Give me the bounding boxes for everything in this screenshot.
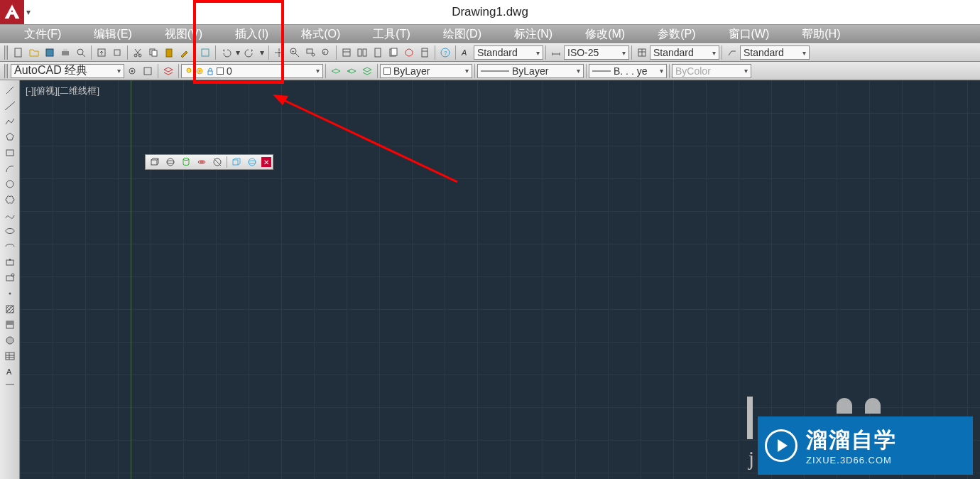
viewport-label[interactable]: [-][俯视][二维线框]: [26, 85, 99, 97]
threeddwf-icon[interactable]: [109, 45, 125, 60]
toolbar-grip-2[interactable]: [4, 64, 9, 78]
new-file-icon[interactable]: [11, 45, 26, 60]
floating-modeling-toolbar[interactable]: ✕: [145, 154, 273, 170]
watermark-panel: 溜溜自学 ZIXUE.3D66.COM: [758, 416, 973, 475]
block-editor-icon[interactable]: [197, 45, 213, 60]
menu-window[interactable]: 窗口(W): [719, 26, 780, 43]
ellipse-tool-icon[interactable]: [2, 224, 18, 238]
menu-tools[interactable]: 工具(T): [363, 26, 420, 43]
linetype-dropdown[interactable]: ByLayer▾: [477, 64, 584, 78]
print-icon[interactable]: [58, 45, 73, 60]
cut-icon[interactable]: [130, 45, 146, 60]
redo-dd-icon[interactable]: ▾: [258, 45, 266, 60]
arc-tool-icon[interactable]: [2, 161, 18, 176]
torus-tool-icon[interactable]: [229, 156, 244, 168]
save-icon[interactable]: [42, 45, 58, 60]
menu-dim[interactable]: 标注(N): [504, 26, 562, 43]
spline-tool-icon[interactable]: [2, 208, 18, 222]
sheetset-icon[interactable]: [386, 45, 401, 60]
undo-dd-icon[interactable]: ▾: [234, 45, 242, 60]
hatch-tool-icon[interactable]: [2, 302, 18, 316]
cone-tool-icon[interactable]: [195, 156, 209, 168]
menu-format[interactable]: 格式(O): [291, 26, 350, 43]
table-tool-icon[interactable]: [2, 349, 18, 363]
workspace-dropdown[interactable]: AutoCAD 经典▾: [11, 64, 124, 78]
undo-icon[interactable]: [218, 45, 234, 60]
circle-tool-icon[interactable]: [2, 177, 18, 191]
region-tool-icon[interactable]: [2, 333, 18, 348]
copy-icon[interactable]: [146, 45, 161, 60]
text-style-dropdown[interactable]: Standard▾: [474, 45, 543, 60]
layer-dropdown[interactable]: 0 ▾: [181, 64, 323, 78]
lineweight-dropdown[interactable]: B. . . ye▾: [589, 64, 667, 78]
table-style-dropdown[interactable]: Standard▾: [650, 45, 719, 60]
wedge-tool-icon[interactable]: [210, 156, 224, 168]
menu-edit[interactable]: 编辑(E): [84, 26, 141, 43]
drawing-canvas[interactable]: [-][俯视][二维线框] ✕ j 溜溜自学 ZIXUE.3D66.COM: [20, 80, 980, 479]
textstyle-icon[interactable]: A: [458, 45, 474, 60]
construction-line-icon[interactable]: [2, 99, 18, 113]
app-logo-icon[interactable]: [0, 0, 24, 24]
box-tool-icon[interactable]: [148, 156, 162, 168]
mleaderstyle-icon[interactable]: [724, 45, 740, 60]
layer-state-icon[interactable]: [359, 63, 375, 79]
publish-icon[interactable]: [94, 45, 109, 60]
ellipse-arc-tool-icon[interactable]: [2, 239, 18, 254]
zoom-previous-icon[interactable]: [318, 45, 334, 60]
markup-icon[interactable]: [401, 45, 417, 60]
point-tool-icon[interactable]: [2, 286, 18, 301]
mtext-tool-icon[interactable]: A: [2, 365, 18, 379]
menu-modify[interactable]: 修改(M): [575, 26, 635, 43]
pyramid-tool-icon[interactable]: [245, 156, 259, 168]
workspace-save-icon[interactable]: [140, 63, 156, 79]
polygon-tool-icon[interactable]: [2, 130, 18, 144]
floating-close-icon[interactable]: ✕: [261, 157, 271, 167]
revcloud-tool-icon[interactable]: [2, 193, 18, 207]
line-tool-icon[interactable]: [2, 83, 18, 97]
workspace-settings-icon[interactable]: [124, 63, 140, 79]
toolbar-grip[interactable]: [4, 45, 9, 60]
redo-icon[interactable]: [242, 45, 258, 60]
svg-rect-67: [151, 160, 157, 165]
zoom-window-icon[interactable]: [303, 45, 318, 60]
layer-previous-icon[interactable]: [344, 63, 359, 79]
pan-icon[interactable]: [271, 45, 287, 60]
properties-icon[interactable]: [339, 45, 354, 60]
add-selected-icon[interactable]: [2, 380, 18, 389]
polyline-tool-icon[interactable]: [2, 114, 18, 129]
menu-param[interactable]: 参数(P): [648, 26, 705, 43]
menu-help[interactable]: 帮助(H): [792, 26, 850, 43]
dim-style-dropdown[interactable]: ISO-25▾: [564, 45, 629, 60]
quickcalc-icon[interactable]: [417, 45, 432, 60]
open-file-icon[interactable]: [26, 45, 42, 60]
menu-insert[interactable]: 插入(I): [225, 26, 278, 43]
matchprop-icon[interactable]: [177, 45, 192, 60]
mleader-style-dropdown[interactable]: Standard▾: [740, 45, 810, 60]
app-menu-dropdown-icon[interactable]: ▾: [24, 7, 33, 17]
rectangle-tool-icon[interactable]: [2, 146, 18, 160]
print-preview-icon[interactable]: [73, 45, 89, 60]
tablestyle-icon[interactable]: [634, 45, 650, 60]
title-bar: ▾ Drawing1.dwg: [0, 0, 980, 25]
zoom-realtime-icon[interactable]: +: [287, 45, 303, 60]
cylinder-tool-icon[interactable]: [179, 156, 193, 168]
sphere-tool-icon[interactable]: [163, 156, 178, 168]
layer-make-current-icon[interactable]: [328, 63, 344, 79]
menu-draw[interactable]: 绘图(D): [433, 26, 491, 43]
dimstyle-icon[interactable]: [548, 45, 564, 60]
designcenter-icon[interactable]: [354, 45, 370, 60]
svg-point-56: [9, 293, 11, 295]
gradient-tool-icon[interactable]: [2, 318, 18, 332]
layer-lightbulb-icon: [185, 67, 193, 75]
menu-view[interactable]: 视图(V): [155, 26, 212, 43]
insert-block-icon[interactable]: [2, 255, 18, 269]
menu-file[interactable]: 文件(F): [14, 26, 71, 43]
color-dropdown[interactable]: ByLayer▾: [380, 64, 472, 78]
plotstyle-dropdown[interactable]: ByColor▾: [672, 64, 751, 78]
toolpalettes-icon[interactable]: [370, 45, 386, 60]
make-block-icon[interactable]: [2, 271, 18, 285]
help-icon[interactable]: ?: [437, 45, 453, 60]
paste-icon[interactable]: [161, 45, 177, 60]
draw-toolbar: A: [0, 80, 20, 479]
layer-properties-icon[interactable]: [160, 63, 176, 79]
